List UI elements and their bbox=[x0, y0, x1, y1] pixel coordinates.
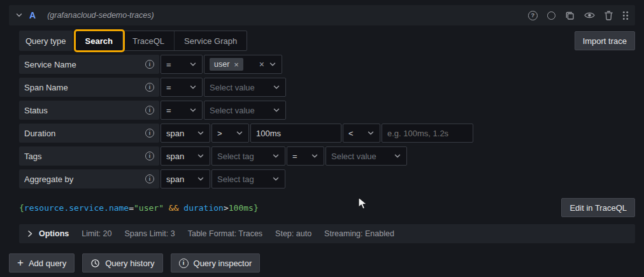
status-value-select[interactable]: Select value bbox=[204, 101, 286, 120]
options-summary-streaming: Streaming: Enabled bbox=[324, 229, 394, 238]
aggregate-by-scope-select[interactable]: span bbox=[161, 169, 210, 188]
chip-label: user bbox=[214, 60, 229, 69]
select-placeholder: Select tag bbox=[217, 174, 254, 184]
hide-response-icon[interactable] bbox=[584, 11, 595, 20]
select-placeholder: Select tag bbox=[217, 152, 254, 161]
add-query-label: Add query bbox=[29, 259, 66, 268]
query-preview-row: {resource.service.name="user" && duratio… bbox=[19, 197, 635, 218]
chevron-down-icon bbox=[189, 83, 197, 91]
remove-query-icon[interactable] bbox=[605, 11, 613, 20]
chevron-right-icon bbox=[27, 230, 33, 238]
chevron-down-icon bbox=[189, 106, 197, 114]
tags-tag-select[interactable]: Select tag bbox=[211, 146, 285, 166]
remove-value-icon[interactable]: × bbox=[234, 60, 239, 69]
duration-scope-select[interactable]: span bbox=[161, 124, 210, 143]
info-circle-icon: i bbox=[179, 259, 189, 268]
token-string: "user" bbox=[134, 203, 164, 213]
info-icon[interactable]: i bbox=[145, 83, 154, 92]
info-icon[interactable]: i bbox=[145, 106, 154, 115]
tags-row: Tags i span Select tag = bbox=[19, 146, 635, 166]
info-icon[interactable]: i bbox=[145, 129, 154, 138]
duration-max-operator-select[interactable]: < bbox=[343, 124, 380, 143]
query-type-option-service-graph[interactable]: Service Graph bbox=[175, 31, 247, 50]
query-inspector-button[interactable]: i Query inspector bbox=[171, 253, 261, 273]
select-placeholder: Select value bbox=[331, 152, 376, 161]
plus-icon: + bbox=[17, 257, 24, 268]
query-history-button[interactable]: Query history bbox=[82, 253, 162, 273]
query-history-label: Query history bbox=[105, 259, 154, 268]
service-name-label: Service Name i bbox=[19, 55, 159, 74]
chevron-down-icon bbox=[394, 152, 401, 160]
chevron-down-icon bbox=[272, 152, 280, 160]
status-operator-select[interactable]: = bbox=[161, 101, 203, 120]
duration-min-operator-select[interactable]: > bbox=[211, 124, 249, 143]
import-trace-button[interactable]: Import trace bbox=[575, 31, 635, 50]
disable-query-icon[interactable] bbox=[547, 11, 555, 20]
token-field: duration bbox=[183, 203, 224, 213]
selected-scope: span bbox=[166, 152, 184, 161]
chevron-down-icon bbox=[197, 175, 204, 183]
options-summary-spans-limit: Spans Limit: 3 bbox=[124, 229, 175, 238]
trace-query-editor: A (grafanacloud-sedemo-traces) ? Query t… bbox=[0, 0, 644, 277]
query-type-option-traceql[interactable]: TraceQL bbox=[123, 31, 175, 50]
help-icon[interactable]: ? bbox=[528, 11, 538, 20]
selected-operator: < bbox=[348, 129, 354, 138]
query-type-label-text: Query type bbox=[25, 36, 66, 46]
chevron-down-icon bbox=[197, 152, 204, 160]
tags-value-select[interactable]: Select value bbox=[326, 146, 407, 166]
options-summary-step: Step: auto bbox=[275, 229, 311, 238]
duration-max-input[interactable] bbox=[382, 124, 473, 143]
edit-in-traceql-button[interactable]: Edit in TraceQL bbox=[561, 198, 635, 217]
info-icon[interactable]: i bbox=[145, 60, 154, 69]
chevron-down-icon bbox=[367, 129, 375, 137]
aggregate-by-row: Aggregate by i span Select tag bbox=[19, 169, 635, 188]
chevron-down-icon bbox=[269, 60, 276, 68]
span-name-value-select[interactable]: Select value bbox=[204, 78, 286, 97]
token-brace-close: } bbox=[254, 203, 259, 213]
info-icon[interactable]: i bbox=[145, 174, 154, 183]
field-label-text: Aggregate by bbox=[24, 174, 73, 184]
history-icon bbox=[90, 259, 100, 268]
options-toggle[interactable]: Options bbox=[27, 229, 69, 238]
token-value: 100ms bbox=[229, 203, 254, 213]
info-icon[interactable]: i bbox=[145, 152, 154, 160]
token-logical: && bbox=[164, 203, 183, 213]
selected-operator: > bbox=[217, 129, 222, 138]
datasource-name: (grafanacloud-sedemo-traces) bbox=[47, 11, 154, 20]
query-type-option-search[interactable]: Search bbox=[76, 31, 123, 50]
options-summary-limit: Limit: 20 bbox=[82, 229, 111, 238]
query-ref-id[interactable]: A bbox=[29, 10, 36, 20]
span-name-operator-select[interactable]: = bbox=[161, 78, 203, 97]
tags-scope-select[interactable]: span bbox=[161, 146, 210, 166]
query-type-label: Query type bbox=[19, 31, 73, 51]
service-name-operator-select[interactable]: = bbox=[161, 55, 203, 74]
add-query-button[interactable]: + Add query bbox=[9, 253, 75, 273]
token-brace-open: { bbox=[19, 203, 24, 213]
clear-values-icon[interactable]: × bbox=[259, 60, 264, 69]
options-bar[interactable]: Options Limit: 20 Spans Limit: 3 Table F… bbox=[19, 224, 635, 243]
collapse-chevron-icon[interactable] bbox=[15, 11, 23, 19]
status-label: Status i bbox=[19, 101, 159, 120]
selected-scope: span bbox=[166, 174, 184, 184]
chevron-down-icon bbox=[189, 60, 197, 68]
select-placeholder: Select value bbox=[210, 83, 255, 92]
drag-handle-icon[interactable] bbox=[622, 11, 629, 20]
field-label-text: Duration bbox=[24, 129, 55, 138]
query-header-actions: ? bbox=[528, 11, 629, 20]
duration-min-input[interactable] bbox=[250, 124, 341, 143]
value-chip[interactable]: user × bbox=[210, 58, 243, 71]
chevron-down-icon bbox=[273, 83, 280, 91]
duration-label: Duration i bbox=[19, 124, 159, 143]
aggregate-by-tag-select[interactable]: Select tag bbox=[211, 169, 285, 188]
selected-operator: = bbox=[292, 152, 297, 161]
duplicate-query-icon[interactable] bbox=[565, 11, 575, 20]
tags-operator-select[interactable]: = bbox=[287, 146, 324, 166]
field-label-text: Tags bbox=[24, 152, 41, 161]
aggregate-by-label: Aggregate by i bbox=[19, 169, 159, 188]
options-summary-table-format: Table Format: Traces bbox=[188, 229, 262, 238]
selected-scope: span bbox=[166, 129, 184, 138]
query-preview: {resource.service.name="user" && duratio… bbox=[19, 203, 259, 213]
service-name-value-select[interactable]: user × × bbox=[204, 55, 282, 74]
chevron-down-icon bbox=[311, 152, 318, 160]
footer-toolbar: + Add query Query history i Query inspec… bbox=[9, 253, 260, 273]
